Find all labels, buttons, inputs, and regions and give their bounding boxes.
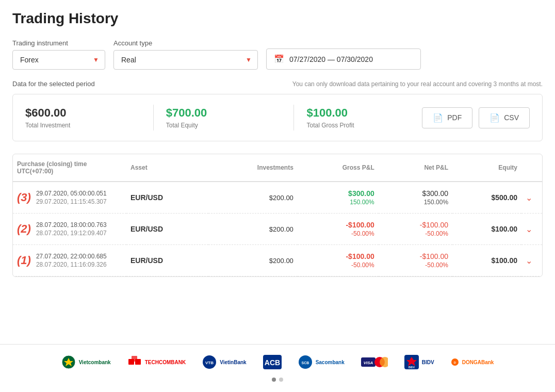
bidv-text: BIDV [422,360,434,365]
sacombank-text: Sacombank [316,360,345,365]
dongabank-icon: D [451,358,459,366]
td-investment-1: $200.00 [208,214,298,245]
equity-value-1: $100.00 [491,225,517,233]
sacombank-icon: SCB [298,355,313,369]
calendar-icon: 📅 [274,54,284,64]
summary-card: $600.00 Total Investment $700.00 Total E… [12,94,543,141]
visa-mastercard-logo: VISA [361,355,388,369]
gross-pnl-cell-1: -$100.00 -50.00% [302,221,374,237]
investment-value-1: $200.00 [269,225,293,233]
time-cell-0: 29.07.2020, 05:00:00.051 29.07.2020, 11:… [36,190,107,205]
td-gross-pnl-2: -$100.00 -50.00% [298,245,379,276]
acb-logo: ACB [263,355,282,369]
svg-text:BIDV: BIDV [409,366,415,369]
instrument-label: Trading instrument [12,39,105,47]
open-time-2: 27.07.2020, 22:00:00.685 [36,253,107,260]
td-expand-0: ⌄ [521,182,542,214]
td-investment-2: $200.00 [208,245,298,276]
td-equity-1: $100.00 [452,214,521,245]
acb-icon: ACB [263,355,282,369]
vietinbank-logo: VTB VietinBank [202,355,247,369]
dongabank-logo: D DONGABank [451,358,494,366]
td-time-num-0: (3) 29.07.2020, 05:00:00.051 29.07.2020,… [13,182,126,214]
expand-button-2[interactable]: ⌄ [526,256,532,266]
td-time-num-1: (2) 28.07.2020, 18:00:00.763 28.07.2020,… [13,214,126,245]
td-net-pnl-1: -$100.00 -50.00% [379,214,452,245]
pdf-icon: 📄 [433,113,443,123]
bidv-logo: BIDV BIDV [404,355,434,369]
trade-num-0: (3) [17,191,31,204]
expand-button-0[interactable]: ⌄ [526,193,532,203]
net-pnl-pct-2: -50.00% [425,262,448,269]
td-gross-pnl-1: -$100.00 -50.00% [298,214,379,245]
total-investment-item: $600.00 Total Investment [25,106,141,129]
svg-text:VISA: VISA [363,361,373,365]
table-row: (3) 29.07.2020, 05:00:00.051 29.07.2020,… [13,182,542,214]
svg-rect-4 [132,356,137,362]
th-net-pnl: Net P&L [379,154,452,182]
th-asset: Asset [126,154,208,182]
td-net-pnl-2: -$100.00 -50.00% [379,245,452,276]
instrument-filter-group: Trading instrument Forex ▼ [12,39,105,70]
td-equity-0: $500.00 [452,182,521,214]
expand-button-1[interactable]: ⌄ [526,224,532,234]
total-investment-label: Total Investment [25,122,141,129]
asset-name-2: EUR/USD [130,256,163,265]
gross-pnl-pct-2: -50.00% [351,262,374,269]
time-cell-1: 28.07.2020, 18:00:00.763 28.07.2020, 19:… [36,221,107,237]
bidv-icon: BIDV [404,355,419,369]
account-select-wrapper: Real ▼ [113,50,258,70]
vietinbank-icon: VTB [202,355,217,369]
net-pnl-pct-1: -50.00% [425,230,448,237]
gross-pnl-value-0: $300.00 [348,189,374,198]
vietinbank-text: VietinBank [220,360,247,365]
pdf-label: PDF [447,113,462,122]
date-range-picker[interactable]: 📅 07/27/2020 — 07/30/2020 [266,48,421,70]
gross-pnl-cell-2: -$100.00 -50.00% [302,252,374,269]
csv-icon: 📄 [489,113,500,123]
instrument-select[interactable]: Forex [12,50,105,70]
net-pnl-value-1: -$100.00 [420,221,448,229]
net-pnl-cell-1: -$100.00 -50.00% [383,221,448,237]
sacombank-logo: SCB Sacombank [298,355,345,369]
th-gross-pnl: Gross P&L [298,154,379,182]
techcombank-text: TECHCOMBANK [145,360,186,365]
date-range-text: 07/27/2020 — 07/30/2020 [289,55,373,63]
td-expand-2: ⌄ [521,245,542,276]
footer-section: Vietcombank TECHCOMBANK VTB VietinBank [0,344,555,392]
th-time: Purchase (closing) time UTC(+07:00) [13,154,126,182]
td-asset-0: EUR/USD [126,182,208,214]
main-content: Trading History Trading instrument Forex… [0,0,555,344]
close-time-2: 28.07.2020, 11:16:09.326 [36,261,107,268]
pagination-dots [12,378,543,382]
period-label: Data for the selected period [12,80,95,88]
csv-export-button[interactable]: 📄 CSV [479,107,530,128]
td-asset-1: EUR/USD [126,214,208,245]
export-buttons: 📄 PDF 📄 CSV [422,107,530,128]
account-select[interactable]: Real [113,50,258,70]
dot-2[interactable] [279,378,283,382]
close-time-1: 28.07.2020, 19:12:09.407 [36,230,107,237]
page-title: Trading History [12,10,543,27]
open-time-0: 29.07.2020, 05:00:00.051 [36,190,107,197]
dot-1[interactable] [272,378,276,382]
instrument-select-wrapper: Forex ▼ [12,50,105,70]
page-wrapper: Trading History Trading instrument Forex… [0,0,555,392]
dongabank-text: DONGABank [462,360,494,365]
td-time-num-2: (1) 27.07.2020, 22:00:00.685 28.07.2020,… [13,245,126,276]
td-gross-pnl-0: $300.00 150.00% [298,182,379,214]
gross-pnl-value-2: -$100.00 [346,252,374,260]
account-label: Account type [113,39,258,47]
equity-value-0: $500.00 [491,193,517,202]
th-expand [521,154,542,182]
td-asset-2: EUR/USD [126,245,208,276]
gross-pnl-pct-1: -50.00% [351,230,374,237]
svg-text:VTB: VTB [205,361,214,365]
th-investments: Investments [208,154,298,182]
table-header: Purchase (closing) time UTC(+07:00) Asse… [13,154,542,182]
asset-name-1: EUR/USD [130,225,163,233]
summary-divider-1 [153,105,154,130]
pdf-export-button[interactable]: 📄 PDF [422,107,472,128]
trades-table-section: Purchase (closing) time UTC(+07:00) Asse… [12,154,543,277]
header-row: Purchase (closing) time UTC(+07:00) Asse… [13,154,542,182]
